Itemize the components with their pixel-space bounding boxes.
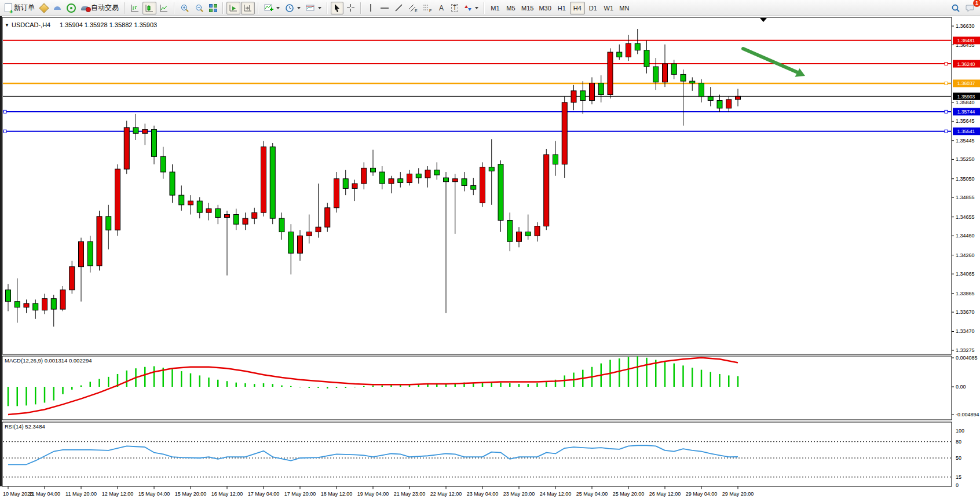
zoom-out-button[interactable] (192, 2, 206, 14)
tf-M5[interactable]: M5 (503, 2, 518, 14)
chart-mode-group (128, 2, 171, 14)
svg-text:15: 15 (956, 474, 961, 480)
indicators-icon (264, 3, 273, 13)
bar-chart-mode-button[interactable] (128, 2, 142, 14)
zoom-out-icon (195, 3, 204, 13)
separator (124, 2, 125, 14)
candlestick-mode-button[interactable] (142, 2, 156, 14)
arrows-tool-button[interactable] (462, 2, 481, 14)
auto-scroll-button[interactable] (226, 2, 240, 14)
vertical-line-tool-button[interactable] (364, 2, 377, 14)
svg-text:50: 50 (956, 455, 961, 461)
chevron-down-icon (318, 7, 321, 9)
objects-group (262, 2, 324, 14)
tf-D1[interactable]: D1 (586, 2, 601, 14)
time-axis: 10 May 202311 May 04:0011 May 20:0012 Ma… (3, 486, 754, 497)
indicators-button[interactable] (262, 2, 282, 14)
tf-W1[interactable]: W1 (601, 2, 616, 14)
cursor-tool-button[interactable] (331, 2, 343, 14)
svg-text:19 May 04:00: 19 May 04:00 (357, 491, 389, 497)
label-tool-button[interactable]: T (448, 2, 461, 14)
autotrading-button[interactable]: 自动交易 (79, 2, 121, 14)
notification-badge: 1 (973, 0, 980, 7)
svg-text:1.33275: 1.33275 (956, 347, 975, 353)
svg-text:15 May 04:00: 15 May 04:00 (138, 491, 170, 497)
chevron-down-icon (297, 7, 301, 9)
svg-text:1.34460: 1.34460 (956, 233, 975, 239)
svg-text:1.34855: 1.34855 (956, 195, 975, 200)
svg-text:80: 80 (956, 439, 961, 445)
svg-text:1.35744: 1.35744 (957, 109, 975, 115)
svg-text:25 May 04:00: 25 May 04:00 (576, 491, 608, 497)
line-chart-icon (159, 3, 169, 13)
news-button[interactable] (64, 2, 78, 14)
line-chart-mode-button[interactable] (157, 2, 171, 14)
template-icon (306, 3, 315, 13)
chart-title-ohlc: 1.35904 1.35928 1.35882 1.35903 (60, 21, 157, 28)
svg-text:1.35250: 1.35250 (956, 156, 975, 162)
svg-text:23 May 20:00: 23 May 20:00 (503, 491, 535, 497)
horizontal-line-icon (380, 3, 389, 12)
svg-text:1.35445: 1.35445 (956, 138, 975, 144)
tf-M1[interactable]: M1 (488, 2, 503, 14)
svg-text:1.34065: 1.34065 (956, 271, 975, 277)
svg-text:26 May 12:00: 26 May 12:00 (649, 491, 681, 497)
tf-H4[interactable]: H4 (570, 2, 585, 14)
scroll-group (226, 2, 255, 14)
svg-text:1.33470: 1.33470 (956, 328, 975, 334)
templates-button[interactable] (303, 2, 324, 14)
svg-text:21 May 23:00: 21 May 23:00 (394, 491, 426, 497)
autotrading-icon (81, 6, 89, 10)
separator (484, 2, 485, 14)
tf-M30[interactable]: M30 (536, 2, 553, 14)
chart-window: ▼USDCAD-,H41.35904 1.35928 1.35882 1.359… (0, 16, 980, 502)
svg-text:11 May 04:00: 11 May 04:00 (29, 491, 60, 497)
svg-text:1.35903: 1.35903 (957, 94, 975, 100)
market-watch-button[interactable] (38, 2, 50, 14)
trendline-tool-button[interactable] (392, 2, 405, 14)
svg-text:1.34260: 1.34260 (956, 252, 975, 258)
tf-MN[interactable]: MN (617, 2, 632, 14)
chart-canvas[interactable]: ▼USDCAD-,H41.35904 1.35928 1.35882 1.359… (0, 16, 980, 502)
zoom-in-button[interactable] (178, 2, 192, 14)
chart-shift-button[interactable] (241, 2, 255, 14)
svg-text:0.00: 0.00 (956, 384, 966, 390)
separator (222, 2, 224, 14)
tile-windows-icon (209, 4, 217, 12)
svg-text:17 May 20:00: 17 May 20:00 (284, 491, 316, 497)
svg-text:29 May 04:00: 29 May 04:00 (686, 491, 718, 497)
profile-button[interactable] (51, 2, 64, 14)
macd-label: MACD(12,26,9) 0.001314 0.002294 (5, 357, 92, 364)
separator (258, 2, 259, 14)
search-icon (951, 3, 960, 13)
horizontal-line-tool-button[interactable] (378, 2, 392, 14)
tf-H1[interactable]: H1 (554, 2, 569, 14)
text-tool-button[interactable]: A (435, 2, 448, 14)
fibonacci-icon: F (423, 3, 432, 13)
svg-text:15 May 20:00: 15 May 20:00 (175, 491, 207, 497)
channel-tool-button[interactable]: E (406, 2, 420, 14)
new-order-icon: + (5, 3, 12, 12)
main-toolbar: + 新订单 自动交易 (0, 0, 980, 16)
tf-M15[interactable]: M15 (519, 2, 536, 14)
svg-text:29 May 20:00: 29 May 20:00 (722, 491, 754, 497)
vertical-line-icon (367, 3, 375, 12)
community-chat-button[interactable]: 1 (963, 2, 978, 14)
trade-group: + 新订单 自动交易 (2, 2, 121, 14)
separator (360, 2, 361, 14)
tile-windows-button[interactable] (207, 2, 220, 14)
new-order-button[interactable]: + 新订单 (2, 2, 37, 14)
autotrading-label: 自动交易 (91, 3, 119, 13)
label-tool-icon: T (451, 4, 458, 12)
chevron-down-icon (276, 7, 280, 9)
broadcast-icon (67, 3, 76, 13)
zoom-in-icon (180, 3, 189, 13)
svg-text:1.35050: 1.35050 (956, 176, 975, 182)
periods-button[interactable] (283, 2, 303, 14)
search-button[interactable] (949, 2, 963, 14)
fibonacci-tool-button[interactable]: F (420, 2, 434, 14)
crosshair-tool-button[interactable] (344, 2, 357, 14)
svg-text:1.34655: 1.34655 (956, 214, 975, 220)
crosshair-icon (346, 3, 355, 12)
svg-text:100: 100 (956, 428, 964, 434)
